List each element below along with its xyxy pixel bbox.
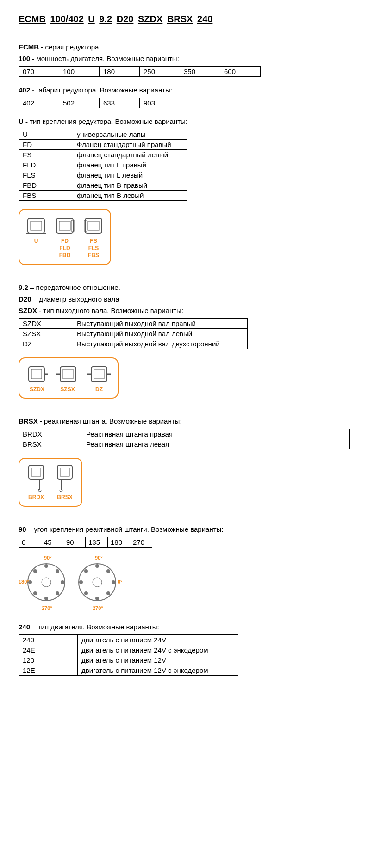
shaft-table: SZDXВыступающий выходной вал правый SZSX… xyxy=(19,318,248,349)
mount-cell: универсальные лапы xyxy=(73,129,188,140)
gearbox-icon xyxy=(83,215,104,236)
mount-cell: фланец тип L левый xyxy=(73,170,188,180)
mount-desc: тип крепления редуктора. Возможные вариа… xyxy=(30,117,188,125)
mount-diagram-label: FLS xyxy=(83,245,104,252)
motor-line: 240 – тип двигателя. Возможные варианты: xyxy=(19,623,356,631)
torque-line: BRSX - реактивная штанга. Возможные вари… xyxy=(19,417,356,425)
power-code: 100 - xyxy=(19,55,34,62)
power-line: 100 - мощность двигателя. Возможные вари… xyxy=(19,55,356,62)
shaft-diagram-item: SZSX xyxy=(56,364,79,394)
motor-cell: 240 xyxy=(19,634,78,645)
mount-cell: FLS xyxy=(19,170,73,180)
mount-diagram-label: FD xyxy=(55,238,75,245)
svg-rect-24 xyxy=(60,468,69,476)
svg-rect-4 xyxy=(59,221,70,230)
svg-point-33 xyxy=(33,569,37,573)
torque-cell: Реактивная штанга правая xyxy=(82,429,350,439)
mount-line: U - тип крепления редуктора. Возможные в… xyxy=(19,117,356,125)
angle-cell: 45 xyxy=(41,537,63,547)
svg-point-30 xyxy=(44,597,48,600)
ratio-desc: – передаточное отношение. xyxy=(30,283,120,291)
angle-diagram: 90° 180° 270° 90° 0° 270° xyxy=(19,552,356,614)
shaft-cell: Выступающий выходной вал правый xyxy=(73,318,248,328)
torque-cell: Реактивная штанга левая xyxy=(82,439,350,449)
power-desc: мощность двигателя. Возможные варианты: xyxy=(36,55,179,62)
mount-cell: фланец тип B правый xyxy=(73,180,188,191)
angle-label: 180° xyxy=(19,579,29,585)
gearbox-icon xyxy=(26,215,46,236)
shaft-diagram-label: SZDX xyxy=(26,386,48,394)
angle-label: 90° xyxy=(44,555,52,560)
title-part: 240 xyxy=(197,14,212,24)
gearbox-icon xyxy=(87,364,111,384)
torque-cell: BRSX xyxy=(19,439,82,449)
svg-rect-19 xyxy=(29,465,44,479)
mount-cell: Фланец стандартный правый xyxy=(73,140,188,150)
mount-cell: фланец тип B левый xyxy=(73,191,188,201)
motor-cell: двигатель с питанием 12V с энкодером xyxy=(78,665,238,675)
shaft-cell: Выступающий выходной вал левый xyxy=(73,328,248,339)
angle-code: 90 xyxy=(19,525,26,533)
svg-point-40 xyxy=(95,597,99,600)
svg-rect-3 xyxy=(56,218,73,233)
motor-cell: 120 xyxy=(19,655,78,665)
svg-point-38 xyxy=(93,578,102,587)
svg-rect-0 xyxy=(28,218,44,233)
svg-rect-16 xyxy=(94,369,104,379)
ecmb-code: ECMB xyxy=(19,43,39,51)
svg-rect-1 xyxy=(31,221,42,230)
svg-point-32 xyxy=(61,580,64,584)
size-cell: 402 xyxy=(19,98,59,108)
svg-point-37 xyxy=(79,564,116,601)
power-cell: 350 xyxy=(180,67,220,77)
motor-cell: 12E xyxy=(19,665,78,675)
angle-cell: 180 xyxy=(108,537,130,547)
motor-cell: двигатель с питанием 24V с энкодером xyxy=(78,645,238,655)
torque-diagram-item: BRDX xyxy=(26,464,46,501)
mount-cell: фланец тип L правый xyxy=(73,160,188,170)
angle-label: 270° xyxy=(93,605,103,611)
torque-diagram-item: BRSX xyxy=(55,464,75,501)
svg-rect-13 xyxy=(63,369,73,379)
mount-code: U - xyxy=(19,117,28,125)
size-cell: 633 xyxy=(100,98,140,108)
angle-cell: 270 xyxy=(130,537,152,547)
shaft-cell: Выступающий выходной вал двухсторонний xyxy=(73,339,248,349)
svg-point-34 xyxy=(56,569,59,573)
torque-desc: - реактивная штанга. Возможные варианты: xyxy=(40,417,182,425)
svg-point-27 xyxy=(28,564,65,601)
svg-rect-15 xyxy=(91,367,107,382)
angle-diagram-icon: 90° 180° 270° 90° 0° 270° xyxy=(19,552,125,612)
torque-diagram-label: BRDX xyxy=(26,494,46,501)
size-cell: 903 xyxy=(140,98,180,108)
shaft-diagram-label: SZSX xyxy=(56,386,79,394)
motor-desc: – тип двигателя. Возможные варианты: xyxy=(32,623,159,631)
motor-table: 240двигатель с питанием 24V 24Eдвигатель… xyxy=(19,634,238,676)
angle-cell: 0 xyxy=(19,537,41,547)
size-cell: 502 xyxy=(59,98,100,108)
angle-label: 270° xyxy=(42,605,52,611)
torque-code: BRSX xyxy=(19,417,38,425)
power-cell: 100 xyxy=(59,67,100,77)
mount-cell: FLD xyxy=(19,160,73,170)
gearbox-icon xyxy=(26,464,46,492)
title-part: BRSX xyxy=(167,14,193,24)
gearbox-icon xyxy=(26,364,48,384)
mount-diagram-item: U xyxy=(26,215,46,259)
shaft-diagram: SZDX SZSX DZ xyxy=(19,357,119,399)
mount-diagram-label: FBD xyxy=(55,252,75,259)
mount-cell: FBS xyxy=(19,191,73,201)
mount-diagram-item: FD FLD FBD xyxy=(55,215,75,259)
title-part: D20 xyxy=(117,14,134,24)
svg-point-39 xyxy=(95,564,99,568)
power-cell: 600 xyxy=(220,67,261,77)
title-part: ECMB xyxy=(19,14,46,24)
angle-cell: 90 xyxy=(63,537,86,547)
mount-diagram: U FD FLD FBD FS FLS FBS xyxy=(19,209,111,265)
power-cell: 070 xyxy=(19,67,59,77)
angle-label: 0° xyxy=(118,579,123,585)
shaft-diagram-item: DZ xyxy=(87,364,111,394)
size-desc: габарит редуктора. Возможные варианты: xyxy=(36,86,172,94)
angle-label: 90° xyxy=(95,555,103,560)
svg-rect-10 xyxy=(31,369,42,379)
